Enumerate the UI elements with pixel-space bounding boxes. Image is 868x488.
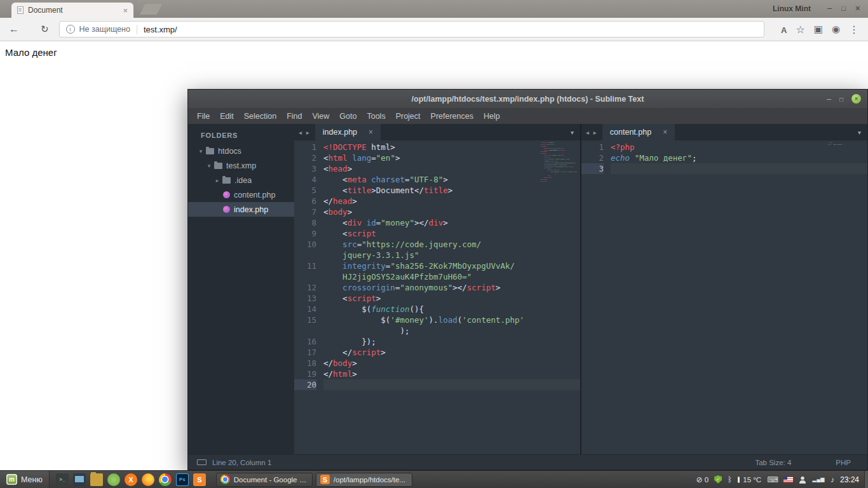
new-tab-button[interactable] — [140, 4, 162, 15]
tab-close-icon[interactable] — [663, 128, 667, 137]
menu-selection[interactable]: Selection — [239, 112, 281, 121]
code-token[interactable] — [323, 283, 342, 292]
taskbar-window-chrome[interactable]: Document - Google C... — [216, 473, 313, 487]
code-token[interactable]: ). — [429, 315, 438, 325]
code-token[interactable]: div — [429, 218, 444, 227]
code-line[interactable]: <script — [323, 228, 580, 239]
menu-edit[interactable]: Edit — [215, 112, 239, 121]
line-number[interactable]: 4 — [294, 174, 316, 185]
code-line[interactable]: integrity="sha256-2Kok7MbOyxpgUVvAk/ — [323, 261, 580, 271]
tab-list-icon[interactable] — [851, 129, 867, 136]
disclosure-icon[interactable] — [197, 148, 205, 154]
firefox-launcher-icon[interactable] — [142, 473, 154, 486]
line-number[interactable]: 10 — [294, 239, 316, 250]
code-line[interactable]: </body> — [323, 358, 580, 369]
sidebar-item-idea[interactable]: .idea — [188, 173, 294, 187]
line-number[interactable]: 6 — [294, 196, 316, 207]
code-token[interactable]: script — [352, 348, 381, 357]
code-line[interactable] — [611, 163, 867, 174]
code-line[interactable]: jquery-3.3.1.js" — [323, 250, 580, 261]
syntax-label[interactable]: PHP — [836, 459, 851, 466]
mint-menu-button[interactable]: Меню — [0, 471, 50, 488]
address-bar[interactable]: Не защищено test.xmp/ — [59, 21, 764, 37]
sublime-titlebar[interactable]: /opt/lampp/htdocs/test.xmp/index.php (ht… — [188, 90, 867, 108]
code-token[interactable]: html — [329, 153, 348, 163]
extension-icon-2[interactable] — [832, 24, 840, 35]
code-line[interactable]: crossorigin="anonymous"></script> — [323, 282, 580, 293]
code-token[interactable]: "money" — [381, 218, 414, 227]
minimap[interactable]: <!DOCTYPE html><html lang="en"><head> <m… — [541, 142, 579, 184]
code-token[interactable]: head — [329, 164, 348, 173]
disclosure-icon[interactable] — [214, 177, 221, 184]
code-token[interactable]: title — [424, 186, 448, 195]
sidebar-item-htdocs[interactable]: htdocs — [188, 144, 294, 158]
line-number[interactable]: 3 — [581, 163, 604, 174]
code-token[interactable]: >Document</ — [371, 186, 424, 195]
line-number[interactable]: 8 — [294, 217, 316, 228]
line-number[interactable]: 3 — [294, 163, 316, 174]
code-token[interactable] — [630, 153, 635, 163]
sidebar-item-test-xmp[interactable]: test.xmp — [188, 158, 294, 173]
maximize-icon[interactable] — [841, 3, 846, 13]
code-token[interactable]: }); — [323, 337, 376, 346]
code-token[interactable]: < — [323, 207, 329, 217]
code-token[interactable]: "en" — [376, 153, 395, 163]
line-number[interactable] — [294, 250, 316, 261]
tab-scroll-icons[interactable] — [581, 129, 602, 136]
code-line[interactable]: src="https://code.jquery.com/ — [323, 239, 580, 250]
minimize-icon[interactable] — [827, 3, 832, 13]
code-token[interactable]: script — [348, 229, 376, 238]
code-line[interactable]: </script> — [323, 347, 580, 358]
code-token[interactable]: > — [448, 186, 453, 195]
code-token[interactable]: charset — [371, 175, 405, 184]
sidebar-item-content-php[interactable]: content.php — [188, 187, 294, 202]
sidebar-item-index-php[interactable]: index.php — [188, 202, 294, 217]
code-line[interactable]: echo "Мало денег"; — [611, 152, 867, 163]
tab-close-icon[interactable] — [369, 128, 373, 137]
clock[interactable]: 23:24 — [840, 475, 859, 484]
close-icon[interactable] — [855, 3, 860, 13]
code-token[interactable]: = — [405, 175, 410, 184]
code-token[interactable]: </ — [323, 196, 333, 206]
code-token[interactable]: html — [333, 369, 352, 379]
code-token[interactable]: > — [348, 207, 353, 217]
code-token[interactable]: "anonymous" — [400, 283, 452, 292]
translate-icon[interactable] — [781, 24, 787, 35]
code-token[interactable]: function — [371, 304, 409, 314]
code-line[interactable]: $('#money').load('content.php' — [323, 315, 580, 325]
line-number[interactable]: 11 — [294, 261, 316, 271]
menu-find[interactable]: Find — [281, 112, 307, 121]
code-token[interactable]: src — [342, 240, 357, 249]
code-token[interactable]: 'content.php' — [462, 315, 524, 325]
code-token[interactable]: title — [348, 186, 372, 195]
line-number[interactable]: 2 — [294, 152, 316, 163]
line-number[interactable]: 15 — [294, 315, 316, 325]
code-token[interactable]: "UTF-8" — [410, 175, 444, 184]
tab-scroll-icons[interactable] — [294, 129, 315, 136]
line-number[interactable]: 12 — [294, 282, 316, 293]
line-number[interactable]: 13 — [294, 293, 316, 304]
line-number[interactable]: 19 — [294, 369, 316, 379]
menu-view[interactable]: View — [307, 112, 334, 121]
disclosure-icon[interactable] — [205, 163, 213, 169]
maximize-icon[interactable] — [839, 95, 843, 104]
code-line[interactable]: <title>Document</title> — [323, 185, 580, 196]
code-token[interactable]: > — [352, 196, 357, 206]
code-token[interactable]: ></ — [414, 218, 429, 227]
extension-icon-1[interactable] — [814, 24, 823, 35]
code-line[interactable]: <body> — [323, 207, 580, 217]
keyboard-icon[interactable] — [767, 475, 778, 484]
flag-icon[interactable] — [783, 477, 793, 483]
files-launcher-icon[interactable] — [90, 473, 103, 486]
code-area[interactable]: 1234567891011121314151617181920<!DOCTYPE… — [294, 140, 580, 454]
code-token[interactable]: < — [323, 153, 329, 163]
software-manager-launcher-icon[interactable] — [107, 473, 120, 486]
line-number[interactable] — [294, 325, 316, 336]
page-info-icon[interactable] — [66, 25, 75, 34]
code-token[interactable]: id — [367, 218, 376, 227]
code-token[interactable]: < — [323, 186, 348, 195]
url-text[interactable]: test.xmp/ — [144, 25, 177, 34]
code-token[interactable] — [323, 261, 342, 271]
monitor-launcher-icon[interactable] — [73, 473, 86, 486]
code-area[interactable]: 123<?phpecho "Мало денег";<?phpecho "Мал… — [581, 140, 867, 454]
